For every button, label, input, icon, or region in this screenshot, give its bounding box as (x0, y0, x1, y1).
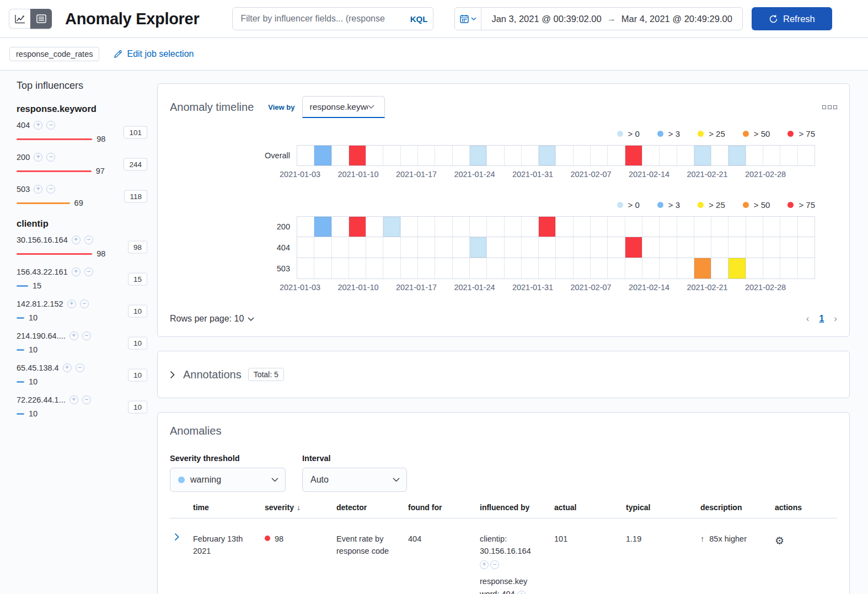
swimlane-cell[interactable] (660, 258, 677, 279)
swimlane-cell[interactable] (314, 217, 331, 237)
swimlane-cell[interactable] (349, 237, 366, 258)
swimlane-cell[interactable] (660, 217, 677, 237)
swimlane-cell[interactable] (522, 146, 539, 165)
swimlane-cell[interactable] (366, 217, 383, 237)
column-header-detector[interactable]: detector (332, 503, 404, 512)
swimlane-cell[interactable] (694, 258, 711, 279)
add-filter-icon[interactable]: + (517, 591, 526, 594)
chart-view-button[interactable] (9, 9, 30, 29)
swimlane-cell[interactable] (314, 237, 331, 258)
swimlane-cell[interactable] (366, 258, 383, 279)
swimlane-cell[interactable] (453, 217, 470, 237)
swimlane-cell[interactable] (487, 217, 504, 237)
swimlane-cell[interactable] (556, 146, 573, 165)
swimlane-cell[interactable] (728, 237, 746, 258)
influencer-name[interactable]: 30.156.16.164 (17, 236, 68, 244)
swimlane-cell[interactable] (728, 258, 746, 279)
swimlane-cell[interactable] (332, 258, 349, 279)
swimlane-cell[interactable] (487, 258, 504, 279)
swimlane-cell[interactable] (470, 146, 487, 165)
influencer-name[interactable]: 142.81.2.152 (17, 299, 63, 308)
remove-filter-icon[interactable]: − (76, 363, 84, 372)
swimlane-cell[interactable] (487, 146, 504, 165)
swimlane-cell[interactable] (556, 217, 573, 237)
swimlane-cell[interactable] (660, 146, 677, 165)
rows-per-page-button[interactable]: Rows per page: 10 (170, 314, 254, 324)
swimlane-cell[interactable] (435, 146, 452, 165)
swimlane-cell[interactable] (556, 237, 573, 258)
column-header-actions[interactable]: actions (770, 503, 803, 512)
row-actions-button[interactable]: ⚙ (770, 533, 803, 594)
swimlane-cell[interactable] (677, 237, 694, 258)
swimlane-cell[interactable] (711, 146, 728, 165)
influencer-name[interactable]: 200 (17, 153, 30, 162)
swimlane-cell[interactable] (780, 146, 797, 165)
swimlane-cell[interactable] (574, 146, 591, 165)
refresh-button[interactable]: Refresh (752, 7, 832, 30)
previous-page-icon[interactable]: ‹ (806, 313, 810, 324)
swimlane-cell[interactable] (556, 258, 573, 279)
swimlane-cell[interactable] (660, 237, 677, 258)
kql-button[interactable]: KQL (406, 14, 428, 24)
swimlane-cell[interactable] (314, 258, 331, 279)
add-filter-icon[interactable]: + (34, 185, 42, 194)
swimlane-cell[interactable] (366, 237, 383, 258)
remove-filter-icon[interactable]: − (46, 153, 55, 162)
swimlane-cell[interactable] (574, 217, 591, 237)
column-header-severity[interactable]: severity↓ (260, 503, 332, 512)
swimlane-cell[interactable] (780, 217, 797, 237)
swimlane-cell[interactable] (625, 146, 642, 165)
swimlane-cell[interactable] (401, 258, 418, 279)
swimlane-cell[interactable] (522, 217, 539, 237)
swimlane-cell[interactable] (453, 237, 470, 258)
swimlane-cell[interactable] (332, 217, 349, 237)
swimlane-cell[interactable] (401, 237, 418, 258)
remove-filter-icon[interactable]: − (84, 236, 93, 244)
swimlane-cell[interactable] (435, 237, 452, 258)
job-badge[interactable]: response_code_rates (9, 47, 99, 61)
remove-filter-icon[interactable]: − (46, 185, 55, 194)
swimlane-cell[interactable] (418, 146, 435, 165)
swimlane-cell[interactable] (798, 258, 815, 279)
swimlane-cell[interactable] (401, 217, 418, 237)
swimlane-cell[interactable] (539, 217, 556, 237)
swimlane-cell[interactable] (642, 146, 660, 165)
swimlane-cell[interactable] (487, 237, 504, 258)
add-filter-icon[interactable]: + (67, 299, 76, 308)
table-view-button[interactable] (30, 9, 52, 29)
swimlane-cell[interactable] (470, 217, 487, 237)
column-header-actual[interactable]: actual (550, 503, 621, 512)
add-filter-icon[interactable]: + (480, 560, 489, 569)
swimlane-cell[interactable] (642, 237, 660, 258)
swimlane-cell[interactable] (746, 258, 763, 279)
edit-job-selection-link[interactable]: Edit job selection (114, 49, 194, 59)
swimlane-cell[interactable] (418, 258, 435, 279)
swimlane-cell[interactable] (470, 237, 487, 258)
column-header-description[interactable]: description (696, 503, 770, 512)
start-date[interactable]: Jan 3, 2021 @ 00:39:02.00 (491, 14, 601, 24)
add-filter-icon[interactable]: + (72, 236, 81, 244)
swimlane-cell[interactable] (574, 258, 591, 279)
swimlane-cell[interactable] (470, 258, 487, 279)
swimlane-cell[interactable] (435, 258, 452, 279)
interval-select[interactable]: Auto (302, 468, 407, 492)
swimlane-cell[interactable] (711, 237, 728, 258)
swimlane-cell[interactable] (574, 237, 591, 258)
swimlane-cell[interactable] (608, 237, 625, 258)
swimlane-cell[interactable] (763, 237, 780, 258)
swimlane-cell[interactable] (383, 237, 400, 258)
swimlane-cell[interactable] (505, 217, 522, 237)
filter-input[interactable] (240, 14, 405, 24)
swimlane-cell[interactable] (349, 146, 366, 165)
swimlane-cell[interactable] (505, 258, 522, 279)
next-page-icon[interactable]: › (834, 313, 837, 324)
add-filter-icon[interactable]: + (63, 363, 72, 372)
swimlane-cell[interactable] (383, 258, 400, 279)
swimlane-cell[interactable] (349, 217, 366, 237)
swimlane-cell[interactable] (453, 258, 470, 279)
swimlane-cell[interactable] (383, 217, 400, 237)
add-filter-icon[interactable]: + (69, 331, 78, 340)
swimlane-cell[interactable] (711, 217, 728, 237)
swimlane-cell[interactable] (591, 146, 608, 165)
swimlane-cell[interactable] (746, 237, 763, 258)
